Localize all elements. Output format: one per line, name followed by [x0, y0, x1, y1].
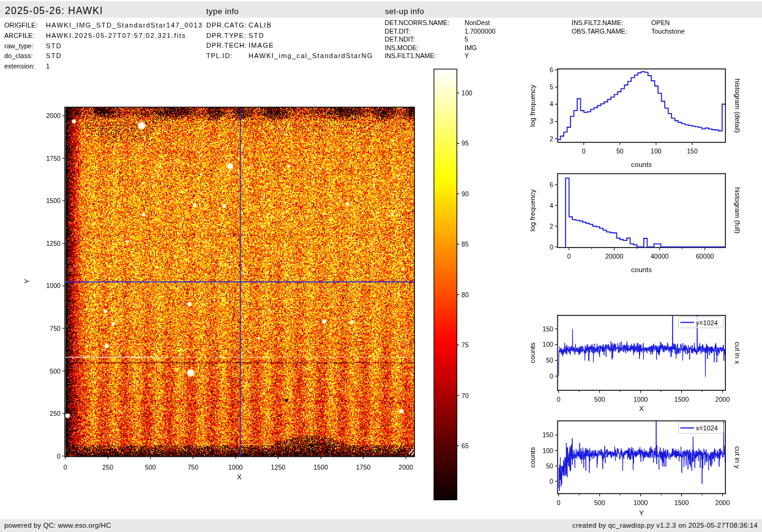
svg-text:OBS.TARG.NAME:: OBS.TARG.NAME: [572, 28, 627, 35]
svg-text:Y: Y [23, 279, 31, 284]
svg-text:1500: 1500 [313, 464, 328, 471]
svg-text:50: 50 [546, 462, 553, 470]
svg-text:INS.MODE:: INS.MODE: [385, 44, 419, 51]
svg-text:70: 70 [461, 392, 469, 399]
svg-text:X: X [639, 405, 644, 412]
svg-text:150: 150 [687, 147, 698, 155]
svg-text:1500: 1500 [674, 499, 689, 506]
svg-text:6: 6 [550, 181, 553, 188]
svg-text:HAWKI_IMG_STD_StandardStar147_: HAWKI_IMG_STD_StandardStar147_0013 [46, 21, 203, 29]
svg-text:0: 0 [550, 372, 553, 380]
svg-text:0: 0 [557, 499, 561, 506]
svg-text:STD: STD [46, 42, 62, 50]
svg-text:0: 0 [567, 253, 571, 260]
svg-text:do_class:: do_class: [4, 52, 32, 59]
svg-text:1750: 1750 [46, 155, 61, 162]
svg-text:60000: 60000 [696, 253, 714, 260]
svg-text:50: 50 [546, 357, 553, 364]
svg-text:1500: 1500 [674, 396, 689, 403]
svg-text:x=1024: x=1024 [696, 424, 718, 432]
svg-text:20000: 20000 [605, 253, 624, 260]
svg-text:750: 750 [50, 325, 61, 332]
svg-text:0: 0 [557, 396, 561, 403]
svg-text:STD: STD [46, 52, 62, 59]
svg-text:100: 100 [542, 447, 553, 454]
svg-text:150: 150 [542, 325, 553, 333]
svg-text:HAWKI_img_cal_StandardStarNG: HAWKI_img_cal_StandardStarNG [248, 52, 373, 59]
svg-text:100: 100 [542, 341, 553, 348]
svg-text:DET.NDIT:: DET.NDIT: [385, 35, 415, 43]
svg-text:6: 6 [550, 66, 553, 73]
svg-text:HAWKI.2025-05-27T07:57:02.321.: HAWKI.2025-05-27T07:57:02.321.fits [46, 32, 186, 39]
svg-text:5: 5 [465, 35, 468, 43]
svg-text:counts: counts [631, 266, 652, 273]
svg-text:NonDest: NonDest [465, 19, 490, 26]
svg-text:40000: 40000 [651, 253, 669, 260]
svg-text:0: 0 [550, 243, 553, 251]
svg-text:DPR.TECH:: DPR.TECH: [206, 42, 247, 49]
svg-text:IMAGE: IMAGE [248, 42, 274, 49]
svg-text:histogram (full): histogram (full) [734, 187, 741, 234]
svg-text:4: 4 [550, 202, 553, 209]
svg-text:1250: 1250 [271, 464, 286, 471]
svg-text:ARCFILE:: ARCFILE: [4, 32, 35, 39]
svg-text:90: 90 [461, 190, 469, 198]
svg-text:1000: 1000 [633, 396, 648, 403]
svg-text:powered by QC: www.eso.org/HC: powered by QC: www.eso.org/HC [4, 522, 111, 529]
svg-text:set-up info: set-up info [385, 7, 424, 16]
svg-text:1.7000000: 1.7000000 [465, 28, 496, 35]
svg-text:0: 0 [64, 464, 67, 471]
svg-text:DPR.CATG:: DPR.CATG: [206, 21, 247, 29]
svg-text:y=1024: y=1024 [696, 319, 718, 327]
svg-text:500: 500 [594, 499, 605, 506]
svg-text:2025-05-26: HAWKI: 2025-05-26: HAWKI [5, 6, 103, 16]
svg-text:150: 150 [542, 431, 553, 438]
svg-text:log frequency: log frequency [529, 189, 536, 231]
svg-text:80: 80 [461, 291, 469, 298]
svg-text:100: 100 [651, 147, 662, 155]
svg-text:DPR.TYPE:: DPR.TYPE: [206, 32, 247, 39]
svg-text:2: 2 [550, 135, 553, 142]
svg-text:STD: STD [248, 32, 264, 39]
svg-text:2000: 2000 [715, 396, 730, 403]
svg-text:0: 0 [550, 478, 553, 485]
svg-text:500: 500 [50, 368, 61, 375]
svg-text:65: 65 [461, 442, 469, 449]
svg-text:0: 0 [582, 147, 586, 155]
svg-text:50: 50 [616, 147, 624, 155]
svg-text:1750: 1750 [356, 464, 371, 471]
svg-text:raw_type:: raw_type: [4, 42, 34, 50]
svg-text:Touchstone: Touchstone [651, 28, 685, 35]
svg-text:500: 500 [594, 396, 605, 403]
svg-text:250: 250 [102, 464, 113, 471]
svg-text:Y: Y [639, 509, 644, 517]
svg-text:4: 4 [550, 100, 553, 108]
svg-text:INS.FILT1.NAME:: INS.FILT1.NAME: [385, 52, 436, 59]
svg-text:log frequency: log frequency [529, 84, 536, 127]
svg-text:1: 1 [46, 62, 50, 70]
svg-text:5: 5 [550, 83, 553, 91]
svg-text:1000: 1000 [46, 282, 61, 289]
svg-text:750: 750 [187, 464, 198, 471]
svg-text:counts: counts [529, 342, 536, 363]
svg-text:75: 75 [461, 341, 469, 349]
svg-text:2: 2 [550, 223, 553, 230]
svg-text:histogram (detail): histogram (detail) [734, 79, 741, 133]
svg-text:0: 0 [57, 453, 61, 460]
svg-text:cut in x: cut in x [734, 342, 741, 364]
svg-text:85: 85 [461, 240, 469, 248]
svg-text:counts: counts [529, 447, 536, 468]
svg-text:TPL.ID:: TPL.ID: [206, 52, 233, 59]
svg-text:2000: 2000 [46, 112, 61, 119]
svg-text:95: 95 [461, 139, 469, 147]
svg-text:CALIB: CALIB [248, 21, 272, 29]
svg-text:1250: 1250 [46, 240, 61, 247]
svg-text:DET.NCORRS.NAME:: DET.NCORRS.NAME: [385, 19, 450, 26]
svg-text:X: X [237, 473, 242, 481]
svg-text:IMG: IMG [465, 44, 477, 51]
svg-text:Y: Y [465, 52, 469, 59]
svg-text:1500: 1500 [46, 197, 61, 204]
svg-text:counts: counts [631, 161, 652, 168]
svg-text:ORIGFILE:: ORIGFILE: [4, 21, 37, 29]
svg-text:1000: 1000 [228, 464, 243, 471]
